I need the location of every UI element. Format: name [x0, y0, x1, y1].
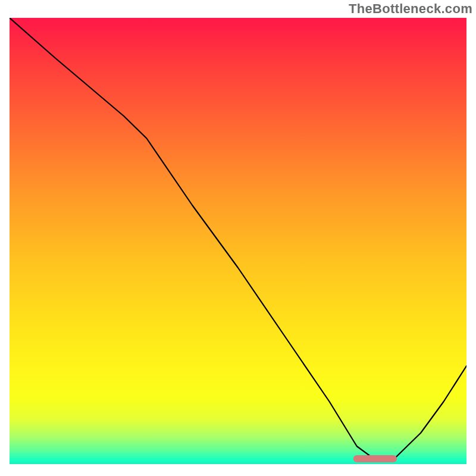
plot-area — [10, 18, 466, 464]
bottleneck-curve-path — [10, 18, 466, 460]
watermark-text: TheBottleneck.com — [349, 1, 472, 17]
bottleneck-chart: TheBottleneck.com — [0, 0, 476, 476]
chart-svg — [10, 18, 466, 464]
